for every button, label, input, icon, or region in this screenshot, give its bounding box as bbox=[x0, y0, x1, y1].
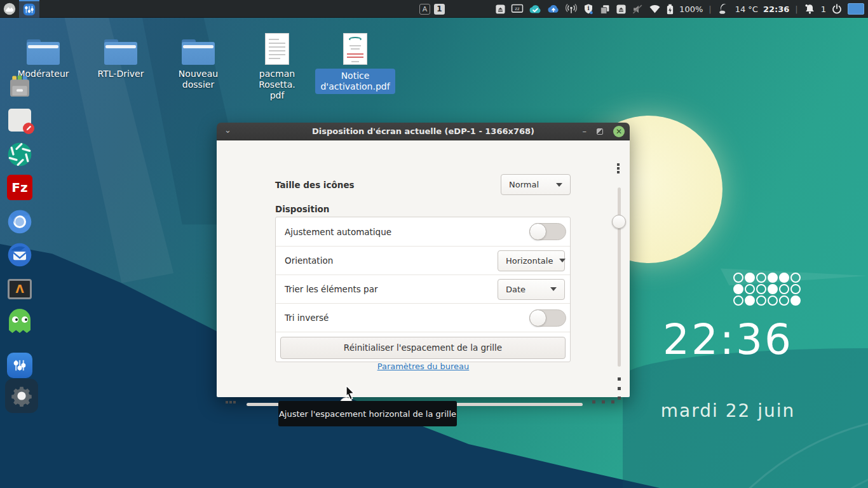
folder-icon bbox=[182, 39, 215, 65]
reverse-sort-toggle[interactable] bbox=[529, 309, 566, 327]
keyboard-layout-indicator[interactable]: A bbox=[419, 4, 430, 15]
orientation-dropdown[interactable]: Horizontale bbox=[498, 250, 565, 271]
shield-info-icon[interactable]: i bbox=[583, 3, 594, 15]
minimize-button[interactable]: – bbox=[583, 128, 587, 135]
workspace-switcher[interactable]: 1 bbox=[434, 4, 445, 15]
wifi-icon[interactable] bbox=[649, 4, 661, 14]
settings-list: Ajustement automatique Orientation Horiz… bbox=[275, 217, 571, 362]
dock-item-chromium[interactable] bbox=[6, 208, 33, 235]
eject-icon[interactable] bbox=[616, 4, 627, 15]
large-h-spacing-icon bbox=[611, 400, 614, 403]
clock-dot-filled bbox=[745, 273, 755, 283]
small-h-spacing-icon bbox=[226, 401, 228, 403]
filezilla-icon: Fz bbox=[7, 175, 32, 200]
clock-dot-empty bbox=[790, 273, 801, 283]
desktop-icon-rtl-driver[interactable]: RTL-Driver bbox=[85, 33, 156, 79]
clock-dot-filled bbox=[768, 284, 778, 294]
settings-window: ⌄ Disposition d'écran actuelle (eDP-1 - … bbox=[217, 123, 630, 397]
clock-dot-empty bbox=[756, 295, 766, 306]
battery-percent-label: 100% bbox=[679, 4, 703, 14]
camera-shutter-icon bbox=[7, 142, 32, 167]
clock-dot-empty bbox=[768, 295, 778, 306]
sort-by-dropdown[interactable]: Date bbox=[498, 279, 565, 300]
window-menu-chevron-icon[interactable]: ⌄ bbox=[224, 125, 231, 135]
clock-label[interactable]: 22:36 bbox=[763, 4, 789, 14]
desktop-settings-icon bbox=[22, 3, 36, 17]
dock-item-settings[interactable] bbox=[5, 379, 38, 413]
battery-icon[interactable] bbox=[666, 4, 674, 15]
icon-size-label: Taille des icônes bbox=[275, 180, 355, 190]
small-h-spacing-icon bbox=[233, 401, 236, 403]
small-v-spacing-icon bbox=[617, 171, 620, 173]
desktop-settings-icon bbox=[7, 353, 32, 378]
terminal-arch-icon: Λ bbox=[8, 279, 32, 299]
applications-menu-button[interactable] bbox=[0, 0, 19, 18]
svg-text:i: i bbox=[588, 5, 590, 11]
large-h-spacing-icon bbox=[592, 400, 595, 403]
muted-speaker-icon[interactable] bbox=[632, 4, 644, 15]
auto-arrange-toggle[interactable] bbox=[529, 223, 566, 240]
dock-item-ghost[interactable] bbox=[6, 308, 33, 334]
large-v-spacing-icon bbox=[618, 396, 621, 400]
active-window-task-button[interactable] bbox=[19, 0, 39, 18]
clock-dot-empty bbox=[790, 284, 801, 294]
desktop-icon-label: Nouveau dossier bbox=[163, 69, 234, 90]
mouse-cursor bbox=[344, 385, 357, 404]
reset-grid-spacing-button[interactable]: Réinitialiser l'espacement de la grille bbox=[280, 337, 566, 359]
window-titlebar[interactable]: ⌄ Disposition d'écran actuelle (eDP-1 - … bbox=[217, 123, 630, 140]
clock-dot-filled bbox=[768, 273, 778, 283]
screensaver-icon[interactable]: zz bbox=[511, 4, 524, 15]
row-reverse-sort: Tri inversé bbox=[276, 303, 570, 332]
cloud-sync-check-icon[interactable] bbox=[529, 4, 542, 15]
binary-clock-dots bbox=[733, 273, 801, 306]
dock-item-terminal[interactable]: Λ bbox=[6, 276, 33, 302]
pdf-document-icon bbox=[343, 33, 367, 65]
top-panel: A 1 zz bbox=[0, 0, 868, 18]
slider-tooltip: Ajuster l'espacement horizontal de la gr… bbox=[278, 401, 457, 426]
ghost-icon bbox=[9, 309, 31, 333]
desktop-icon-moderateur[interactable]: Modérateur bbox=[8, 33, 79, 79]
dock-item-file-cabinet[interactable] bbox=[6, 74, 33, 100]
desktop-icon-label: RTL-Driver bbox=[98, 69, 144, 79]
antenna-network-icon[interactable] bbox=[565, 3, 578, 15]
window-title: Disposition d'écran actuelle (eDP-1 - 13… bbox=[217, 126, 630, 136]
clock-dot-filled bbox=[779, 273, 789, 283]
folder-icon bbox=[104, 39, 137, 65]
dock-item-desktop-settings[interactable] bbox=[6, 352, 33, 379]
dock-item-filezilla[interactable]: Fz bbox=[6, 174, 33, 201]
vertical-spacing-slider-knob[interactable] bbox=[612, 215, 626, 229]
show-desktop-button[interactable] bbox=[848, 3, 864, 15]
notification-bell-icon[interactable] bbox=[804, 3, 816, 15]
small-v-spacing-icon bbox=[617, 163, 620, 166]
temperature-label[interactable]: 14 °C bbox=[735, 4, 758, 14]
desktop-icon-notice-activation[interactable]: Noticed'activation.pdf bbox=[320, 33, 391, 94]
desktop-icon-label-selected: Noticed'activation.pdf bbox=[315, 69, 395, 94]
weather-moon-icon[interactable] bbox=[717, 3, 730, 15]
desktop-settings-link[interactable]: Paramètres du bureau bbox=[377, 362, 470, 371]
row-label: Trier les éléments par bbox=[285, 284, 377, 294]
dock-item-screenshot[interactable] bbox=[6, 141, 33, 168]
whisker-menu-icon bbox=[3, 2, 17, 16]
clock-dot-empty bbox=[745, 284, 755, 294]
notification-count-label: 1 bbox=[821, 4, 826, 14]
desktop-icon-nouveau-dossier[interactable]: Nouveau dossier bbox=[163, 33, 234, 90]
chevron-down-icon bbox=[559, 259, 566, 262]
window-body: Taille des icônes Normal Disposition Aju… bbox=[217, 140, 630, 397]
clock-dot-empty bbox=[733, 295, 743, 306]
close-button[interactable]: ✕ bbox=[613, 126, 625, 137]
clipboard-manager-icon[interactable] bbox=[599, 4, 611, 15]
maximize-button[interactable] bbox=[597, 128, 603, 135]
gear-icon bbox=[10, 384, 33, 407]
dock-item-notes[interactable] bbox=[6, 107, 33, 133]
desktop-icon-pacman-rosetta[interactable]: pacman Rosetta.pdf bbox=[241, 33, 313, 101]
clock-dot-filled bbox=[745, 295, 755, 306]
section-title: Disposition bbox=[275, 204, 329, 214]
dock-item-thunderbird[interactable] bbox=[6, 241, 33, 268]
power-icon[interactable] bbox=[831, 3, 843, 15]
cloud-upload-icon[interactable] bbox=[547, 4, 560, 14]
large-v-spacing-icon bbox=[618, 377, 621, 381]
removable-media-icon[interactable] bbox=[495, 4, 506, 15]
row-label: Tri inversé bbox=[285, 313, 329, 323]
folder-icon bbox=[27, 39, 60, 65]
icon-size-dropdown[interactable]: Normal bbox=[501, 174, 571, 195]
